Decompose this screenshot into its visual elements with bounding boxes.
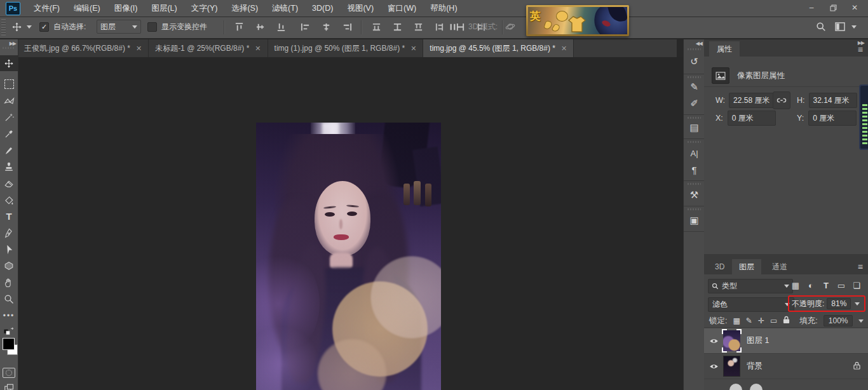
layer-filter-dropdown[interactable]: 类型 [708,279,793,293]
menu-window[interactable]: 窗口(W) [381,0,423,17]
tab-properties[interactable]: 属性 [709,41,740,57]
tool-presets-panel-icon[interactable]: ⚒ [684,187,705,203]
game-ad-banner[interactable]: 英 [526,5,629,36]
screen-mode-button[interactable] [0,380,18,390]
align-bottom-icon[interactable] [273,19,288,34]
move-tool[interactable] [0,55,18,71]
doc-tab-1[interactable]: 王俊凯.jpg @ 66.7%(RGB/8#) * ✕ [18,39,149,57]
paragraph-panel-icon[interactable]: ¶ [684,161,705,178]
align-horizontal-center-icon[interactable] [318,19,334,34]
opacity-value[interactable]: 81% [827,298,851,309]
layer-row-1[interactable]: 图层 1 [704,328,868,353]
y-field[interactable]: 0 厘米 [808,111,857,126]
canvas-area[interactable] [18,57,683,390]
auto-select-checkbox[interactable]: ✓ [39,22,49,32]
search-icon[interactable] [813,19,829,34]
fill-value[interactable]: 100% [824,315,853,326]
menu-help[interactable]: 帮助(H) [423,0,464,17]
align-vertical-center-icon[interactable] [252,19,268,34]
menu-edit[interactable]: 编辑(E) [67,0,107,17]
filter-smart-object-icon[interactable]: ❏ [850,281,863,290]
background-thumbnail[interactable] [723,356,740,377]
clone-source-panel-icon[interactable]: ▤ [684,119,705,136]
menu-view[interactable]: 视图(V) [340,0,381,17]
shape-tool[interactable] [0,258,18,274]
menu-file[interactable]: 文件(F) [27,0,67,17]
distribute-top-icon[interactable] [369,19,384,34]
close-button[interactable]: ✕ [844,1,865,15]
clone-stamp-tool[interactable] [0,159,18,175]
zoom-tool[interactable] [0,291,18,307]
tab-channels[interactable]: 通道 [765,259,794,274]
auto-select-dropdown[interactable]: 图层 [97,20,141,34]
minimize-button[interactable]: – [801,1,822,15]
layers-menu-icon[interactable]: ≡ [858,262,863,272]
tab-3d[interactable]: 3D [708,259,731,274]
edit-toolbar-button[interactable]: ••• [0,307,18,323]
filter-adjustment-icon[interactable]: ◐ [804,281,817,290]
lock-all-icon[interactable] [783,316,790,326]
filter-type-icon[interactable]: T [820,281,832,290]
filter-pixel-icon[interactable]: ▦ [789,281,802,290]
blend-mode-dropdown[interactable]: 滤色 [708,297,794,312]
doc-tab-2-close-icon[interactable]: ✕ [255,44,261,53]
height-field[interactable]: 32.14 厘米 [809,93,857,108]
layer-row-background[interactable]: 背景 [704,354,868,379]
opacity-chevron-icon[interactable] [855,302,860,306]
quick-selection-tool[interactable] [0,109,18,125]
path-select-tool[interactable] [0,241,18,257]
menu-filter[interactable]: 滤镜(T) [265,0,305,17]
layer-1-name[interactable]: 图层 1 [747,335,769,346]
type-tool[interactable]: T [0,208,18,224]
foreground-color-swatch[interactable] [3,338,15,350]
lock-artboard-icon[interactable]: ▭ [770,316,777,325]
libraries-panel-icon[interactable]: ▣ [684,212,705,229]
lasso-tool[interactable] [0,93,18,109]
workspace-switcher-icon[interactable] [832,19,848,34]
menu-3d[interactable]: 3D(D) [305,0,340,17]
opacity-control-highlighted[interactable]: 不透明度: 81% [788,295,865,312]
brushes-panel-icon[interactable]: ✐ [684,95,705,112]
align-left-icon[interactable] [297,19,313,34]
align-top-icon[interactable] [231,19,247,34]
doc-tab-2[interactable]: 未标题-1 @ 25%(RGB/8#) * ✕ [149,39,268,57]
layer-1-thumbnail[interactable] [723,330,740,351]
eraser-tool[interactable] [0,175,18,191]
width-field[interactable]: 22.58 厘米 [729,93,777,108]
x-field[interactable]: 0 厘米 [728,111,776,126]
character-panel-icon[interactable]: A| [684,145,705,161]
menu-type[interactable]: 文字(Y) [184,0,225,17]
restore-button[interactable] [822,1,844,15]
properties-menu-icon[interactable]: ≡ [858,44,863,55]
link-dimensions-button[interactable] [773,91,790,109]
dock-collapse-icon[interactable]: ◀◀ [696,41,702,46]
marquee-tool[interactable] [0,76,18,92]
menu-layer[interactable]: 图层(L) [144,0,184,17]
lock-transparency-icon[interactable]: ▦ [733,316,740,325]
move-options-chevron-icon[interactable] [27,25,32,29]
filter-toggle-icon[interactable]: ◉ [865,281,868,290]
lock-pixels-icon[interactable]: ✎ [746,316,752,325]
tab-layers[interactable]: 图层 [732,259,761,274]
distribute-spacing-icon[interactable] [445,19,460,34]
quick-mask-button[interactable] [0,365,18,380]
fill-chevron-icon[interactable] [858,319,864,323]
background-visibility-icon[interactable] [704,363,723,370]
filter-shape-icon[interactable]: ▭ [835,281,848,290]
doc-tab-4-active[interactable]: timg.jpg @ 45.5% (图层 1, RGB/8#) * ✕ [423,39,574,57]
hand-tool[interactable] [0,274,18,290]
doc-tab-4-close-icon[interactable]: ✕ [561,44,567,53]
toolbar-collapse-icon[interactable]: ▶▶ [10,41,16,46]
lock-position-icon[interactable]: ✛ [758,316,764,325]
distribute-bottom-icon[interactable] [410,19,426,34]
menu-select[interactable]: 选择(S) [224,0,265,17]
show-transform-checkbox[interactable] [147,22,157,32]
layer-1-visibility-icon[interactable] [704,338,723,344]
pen-tool[interactable] [0,225,18,241]
options-grip[interactable] [1,19,6,36]
menu-image[interactable]: 图像(I) [107,0,145,17]
brush-tool[interactable] [0,142,18,158]
align-right-icon[interactable] [339,19,355,34]
eyedropper-tool[interactable] [0,126,18,142]
brush-settings-panel-icon[interactable]: ✎ [684,79,705,95]
